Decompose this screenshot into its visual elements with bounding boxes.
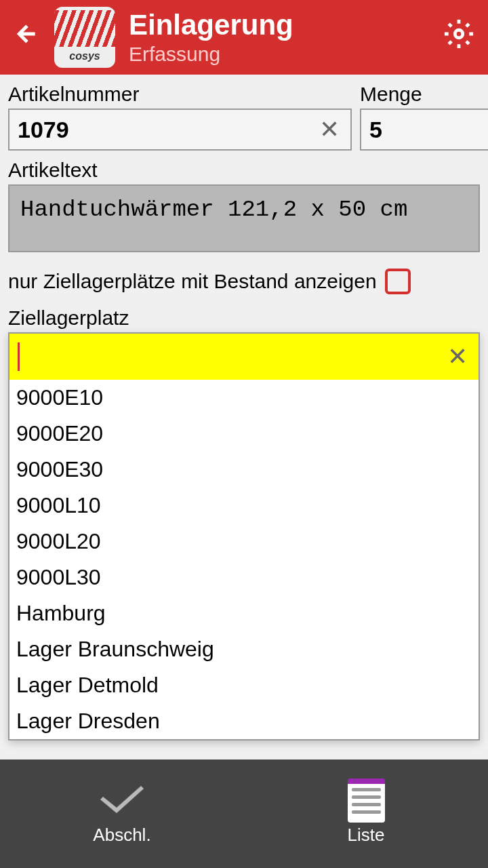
checkmark-icon — [95, 782, 149, 819]
cosys-logo: cosys — [54, 7, 115, 68]
header-title: Einlagerung — [129, 9, 443, 41]
svg-point-0 — [455, 30, 463, 38]
article-text-group: Artikeltext Handtuchwärmer 121,2 x 50 cm — [8, 159, 480, 252]
header-subtitle: Erfassung — [129, 43, 443, 66]
app-header: cosys Einlagerung Erfassung — [0, 0, 488, 75]
article-number-group: Artikelnummer ✕ — [8, 83, 352, 151]
quantity-label: Menge — [360, 83, 488, 106]
list-icon — [339, 782, 393, 819]
article-number-label: Artikelnummer — [8, 83, 352, 106]
complete-button[interactable]: Abschl. — [0, 760, 244, 868]
target-location-dropdown: ✕ 9000E109000E209000E309000L109000L20900… — [8, 332, 480, 741]
article-number-input-box[interactable]: ✕ — [8, 108, 352, 151]
list-item[interactable]: 9000E10 — [9, 380, 479, 416]
stock-filter-checkbox[interactable] — [385, 269, 411, 294]
target-location-group: Ziellagerplatz ✕ 9000E109000E209000E3090… — [8, 307, 480, 741]
list-item[interactable]: 9000E20 — [9, 416, 479, 452]
clear-target-location-icon[interactable]: ✕ — [445, 340, 470, 374]
list-item[interactable]: 9000L20 — [9, 524, 479, 559]
target-location-input-box[interactable]: ✕ — [9, 334, 479, 380]
target-location-label: Ziellagerplatz — [8, 307, 480, 330]
quantity-input[interactable] — [369, 117, 488, 143]
list-item[interactable]: Lager Detmold — [9, 667, 479, 703]
complete-label: Abschl. — [93, 825, 150, 846]
quantity-input-box[interactable]: ✕ — [360, 108, 488, 151]
list-item[interactable]: Hamburg — [9, 595, 479, 631]
article-text-label: Artikeltext — [8, 159, 480, 182]
target-location-list[interactable]: 9000E109000E209000E309000L109000L209000L… — [9, 380, 479, 739]
list-item[interactable]: 9000L30 — [9, 559, 479, 595]
article-number-input[interactable] — [18, 117, 317, 143]
back-arrow-icon[interactable] — [14, 20, 41, 54]
list-label: Liste — [348, 825, 385, 846]
list-item[interactable]: Lager Dresden — [9, 703, 479, 739]
target-location-input[interactable] — [20, 345, 445, 368]
settings-gear-icon[interactable] — [443, 18, 474, 57]
list-item[interactable]: 9000L10 — [9, 488, 479, 524]
list-button[interactable]: Liste — [244, 760, 488, 868]
clear-article-number-icon[interactable]: ✕ — [317, 113, 342, 146]
footer-bar: Abschl. Liste — [0, 760, 488, 868]
article-text-display: Handtuchwärmer 121,2 x 50 cm — [8, 184, 480, 252]
quantity-group: Menge ✕ — [360, 83, 488, 151]
main-content: Artikelnummer ✕ Menge ✕ Artikeltext Hand… — [0, 75, 488, 749]
stock-filter-label: nur Ziellagerplätze mit Bestand anzeigen — [8, 270, 377, 293]
list-item[interactable]: Lager Braunschweig — [9, 631, 479, 667]
stock-filter-row: nur Ziellagerplätze mit Bestand anzeigen — [8, 269, 480, 294]
list-item[interactable]: 9000E30 — [9, 452, 479, 488]
header-titles: Einlagerung Erfassung — [129, 9, 443, 66]
